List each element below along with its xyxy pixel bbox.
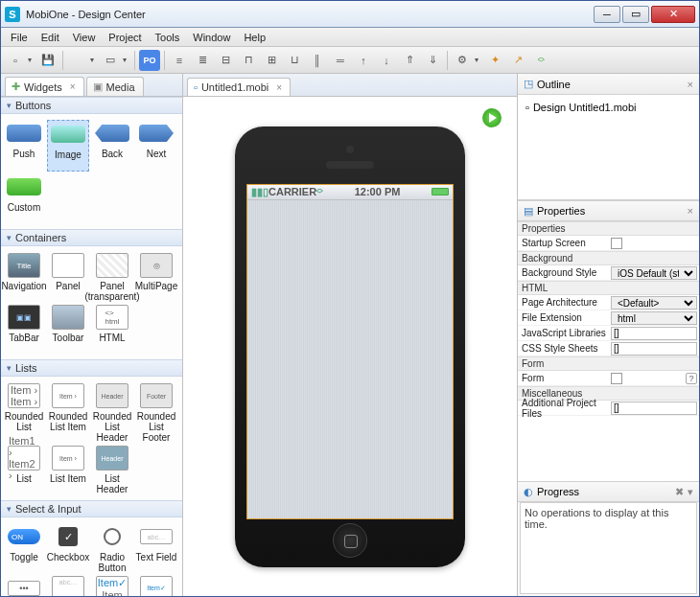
magic-icon[interactable]: ↗ [507, 50, 528, 71]
widget-html[interactable]: <>htmlHTML [91, 304, 133, 354]
addl-files-input[interactable] [611, 402, 697, 415]
tab-media-label: Media [106, 81, 135, 93]
close-icon[interactable]: × [688, 205, 693, 217]
prop-startup[interactable]: Startup Screen [518, 236, 699, 251]
prop-js-libs[interactable]: JavaScript Libraries [518, 326, 699, 341]
widget-tabbar[interactable]: ▣▣TabBar [3, 304, 45, 354]
widget-rounded-list-footer[interactable]: FooterRounded List Footer [135, 382, 177, 443]
apple-dropdown[interactable]: ▾ [90, 56, 98, 64]
maximize-button[interactable]: ▭ [622, 6, 649, 23]
widget-list[interactable]: Item1 ›Item2 ›List [3, 445, 45, 494]
menu-icon[interactable]: ▾ [688, 486, 693, 498]
checkbox-icon[interactable] [611, 238, 622, 249]
help-icon[interactable]: ? [686, 373, 697, 384]
phone-screen[interactable]: ▮▮▯ CARRIER ⌔ 12:00 PM [246, 184, 454, 519]
widget-toggle[interactable]: ONToggle [3, 523, 45, 573]
js-libs-input[interactable] [611, 327, 697, 340]
titlebar: S MobiOne - Design Center ─ ▭ ✕ [1, 1, 699, 28]
css-sheets-input[interactable] [611, 342, 697, 356]
bring-front-button[interactable]: ↑ [353, 50, 374, 71]
outline-tree[interactable]: ▫Design Untitled1.mobi [518, 95, 699, 200]
widget-toolbar[interactable]: Toolbar [47, 304, 89, 354]
checkbox-icon[interactable] [611, 373, 622, 384]
widget-rounded-list[interactable]: Item ›Item ›Rounded List [3, 382, 45, 443]
page-arch-select[interactable]: <Default> [611, 296, 697, 310]
widget-text-area[interactable]: abc…Text Area [47, 575, 89, 596]
close-icon[interactable]: × [688, 79, 693, 90]
widget-next[interactable]: Next [135, 120, 177, 172]
align-bottom-button[interactable]: ⊔ [284, 50, 305, 71]
distribute-v-button[interactable]: ═ [330, 50, 351, 71]
wifi-icon[interactable]: ⌔ [530, 50, 551, 71]
forward-button[interactable]: ⇑ [399, 50, 420, 71]
prop-file-ext[interactable]: File Extensionhtml [518, 310, 699, 326]
widget-list-item[interactable]: Item ›List Item [47, 445, 89, 494]
close-icon[interactable]: × [272, 82, 282, 93]
new-button[interactable]: ▫ [5, 50, 26, 71]
po-button[interactable]: PO [139, 50, 160, 71]
gear-dropdown[interactable]: ▾ [475, 56, 482, 64]
home-button[interactable] [333, 523, 367, 558]
widget-radio[interactable]: Radio Button [91, 523, 133, 573]
prop-page-arch[interactable]: Page Architecture<Default> [518, 295, 699, 310]
prop-bg-style[interactable]: Background StyleiOS Default (strip... [518, 265, 699, 281]
tab-media[interactable]: ▣Media [86, 77, 144, 96]
tab-widgets[interactable]: ✚Widgets× [5, 77, 84, 96]
section-containers[interactable]: ▾Containers [1, 229, 182, 246]
bg-style-select[interactable]: iOS Default (strip... [611, 266, 697, 280]
prop-form[interactable]: Form? [518, 371, 699, 386]
menu-view[interactable]: View [67, 30, 102, 45]
section-select[interactable]: ▾Select & Input [1, 500, 182, 517]
section-lists[interactable]: ▾Lists [1, 359, 182, 377]
menu-file[interactable]: File [5, 30, 34, 45]
widget-rounded-list-item[interactable]: Item ›Rounded List Item [47, 382, 89, 443]
align-center-button[interactable]: ≣ [192, 50, 213, 71]
menu-help[interactable]: Help [238, 30, 271, 45]
device-dropdown[interactable]: ▾ [123, 56, 130, 64]
gear-icon[interactable]: ⚙ [452, 50, 473, 71]
widget-multipage[interactable]: ◎MultiPage [135, 252, 177, 302]
widget-navigation[interactable]: TitleNavigation [3, 252, 45, 302]
menu-window[interactable]: Window [187, 30, 236, 45]
section-buttons[interactable]: ▾Buttons [1, 97, 182, 114]
close-button[interactable]: ✕ [651, 6, 695, 23]
widget-back[interactable]: Back [91, 120, 133, 172]
file-ext-select[interactable]: html [611, 311, 697, 325]
align-right-button[interactable]: ⊟ [215, 50, 236, 71]
menu-edit[interactable]: Edit [35, 30, 65, 45]
widget-panel-transparent[interactable]: Panel (transparent) [91, 252, 133, 302]
widget-push[interactable]: Push [3, 120, 45, 172]
device-button[interactable]: ▭ [100, 50, 121, 71]
align-middle-button[interactable]: ⊞ [261, 50, 282, 71]
apple-button[interactable] [67, 50, 88, 71]
widget-custom[interactable]: Custom [3, 173, 45, 223]
widget-panel[interactable]: Panel [47, 252, 89, 302]
widget-text-field[interactable]: abc…Text Field [135, 523, 177, 573]
widget-select-list[interactable]: Item✓ItemSelect List [91, 575, 133, 596]
minimize-button[interactable]: ─ [594, 6, 620, 23]
widget-rounded-list-header[interactable]: HeaderRounded List Header [91, 382, 133, 443]
run-button[interactable] [482, 108, 502, 127]
tree-root[interactable]: ▫Design Untitled1.mobi [524, 101, 693, 114]
design-canvas[interactable]: ▮▮▯ CARRIER ⌔ 12:00 PM [183, 97, 517, 596]
widget-select-list-item[interactable]: Item✓Select List Item [135, 575, 177, 596]
prop-css-sheets[interactable]: CSS Style Sheets [518, 341, 699, 356]
menu-tools[interactable]: Tools [150, 30, 186, 45]
close-icon[interactable]: × [66, 81, 76, 92]
stop-icon[interactable]: ✖ [675, 486, 684, 498]
send-back-button[interactable]: ↓ [376, 50, 397, 71]
prop-addl-files[interactable]: Additional Project Files [518, 401, 699, 416]
backward-button[interactable]: ⇓ [422, 50, 443, 71]
tab-document[interactable]: ▫Untitled1.mobi× [187, 78, 291, 96]
menu-project[interactable]: Project [103, 30, 147, 45]
widget-image[interactable]: Image [47, 120, 89, 172]
save-button[interactable]: 💾 [37, 50, 58, 71]
wand-icon[interactable]: ✦ [484, 50, 505, 71]
align-left-button[interactable]: ≡ [169, 50, 190, 71]
new-dropdown[interactable]: ▾ [28, 56, 35, 64]
widget-checkbox[interactable]: ✓Checkbox [47, 523, 89, 573]
widget-list-header[interactable]: HeaderList Header [91, 445, 133, 494]
widget-password-field[interactable]: •••Password Field [3, 575, 45, 596]
align-top-button[interactable]: ⊓ [238, 50, 259, 71]
distribute-h-button[interactable]: ║ [307, 50, 328, 71]
